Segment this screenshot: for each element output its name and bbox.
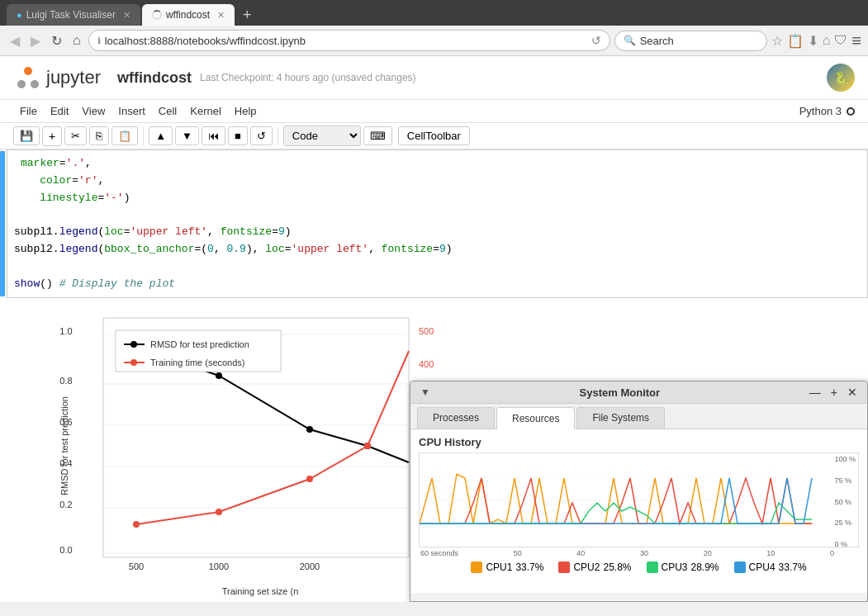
- kernel-label: Python 3: [799, 105, 842, 117]
- svg-text:0.2: 0.2: [59, 500, 72, 509]
- tab-wffindcost[interactable]: wffindcost ✕: [142, 4, 235, 26]
- celltoolbar-button[interactable]: CellToolbar: [398, 126, 470, 145]
- cpu-section-title: CPU History: [419, 436, 859, 448]
- forward-button[interactable]: ▶: [27, 31, 44, 50]
- paste-cell-button[interactable]: 📋: [111, 126, 138, 145]
- tab-luigi-close[interactable]: ✕: [123, 10, 130, 21]
- svg-point-28: [216, 372, 222, 379]
- keyboard-shortcut-button[interactable]: ⌨: [363, 126, 392, 145]
- pct-50: 50 %: [834, 498, 856, 506]
- svg-text:1.0: 1.0: [59, 326, 72, 336]
- jupyter-logo-icon: [13, 63, 43, 92]
- menu-insert[interactable]: Insert: [111, 102, 152, 121]
- tab-wffindcost-close[interactable]: ✕: [217, 10, 225, 21]
- plot-svg: 1.0 0.8 0.6 0.4 0.2 0.0 RMSD for test pr…: [54, 301, 458, 596]
- menu-view[interactable]: View: [75, 102, 111, 121]
- copy-cell-button[interactable]: ⎘: [89, 126, 109, 145]
- legend-cpu3-value: 28.9%: [691, 562, 719, 573]
- svg-text:500: 500: [419, 326, 434, 336]
- jupyter-brand: jupyter: [46, 67, 101, 88]
- sm-controls: — + ✕: [806, 386, 861, 399]
- sm-close-button[interactable]: ✕: [844, 386, 861, 399]
- back-button[interactable]: ◀: [7, 31, 23, 50]
- stop-button[interactable]: ■: [228, 126, 248, 145]
- legend-cpu1: CPU1 33.7%: [471, 562, 543, 573]
- python-logo: 🐍: [827, 64, 855, 92]
- menu-help[interactable]: Help: [228, 102, 263, 121]
- cpu-legend: CPU1 33.7% CPU2 25.8% CPU3 28.9% CPU4 33…: [419, 557, 859, 573]
- svg-point-0: [24, 67, 32, 75]
- time-label-50: 50: [514, 549, 522, 557]
- sm-maximize-button[interactable]: +: [828, 386, 841, 399]
- svg-text:2000: 2000: [300, 562, 320, 571]
- system-monitor: ▼ System Monitor — + ✕ Processes Resourc…: [410, 381, 868, 602]
- tab-luigi[interactable]: ● Luigi Task Visualiser ✕: [7, 4, 140, 26]
- legend-cpu1-value: 33.7%: [515, 562, 543, 573]
- address-text: localhost:8888/notebooks/wffindcost.ipyn…: [105, 35, 587, 47]
- sm-minimize-button[interactable]: —: [806, 386, 824, 399]
- pct-75: 75 %: [834, 476, 856, 485]
- menu-button[interactable]: ≡: [851, 31, 861, 50]
- svg-point-32: [216, 509, 222, 515]
- new-tab-button[interactable]: +: [235, 5, 260, 26]
- time-label-0: 0: [830, 549, 834, 557]
- legend-cpu4-label: CPU4: [749, 562, 776, 573]
- tab-luigi-icon: ●: [17, 10, 22, 20]
- pct-25: 25 %: [834, 519, 856, 527]
- home-nav-button[interactable]: ⌂: [823, 33, 831, 48]
- sm-tab-processes[interactable]: Processes: [417, 407, 495, 429]
- save-button[interactable]: 💾: [13, 126, 40, 145]
- legend-cpu3-label: CPU3: [662, 562, 688, 573]
- sm-content: CPU History 100 % 75 % 50 % 25 % 0 %: [410, 429, 867, 593]
- jupyter-logo: jupyter: [13, 63, 101, 92]
- time-label-40: 40: [576, 549, 585, 557]
- cell-type-select[interactable]: Code Markdown: [283, 126, 361, 146]
- menu-cell[interactable]: Cell: [152, 102, 183, 121]
- search-icon: 🔍: [624, 35, 636, 46]
- time-label-20: 20: [704, 549, 712, 557]
- notebook-title[interactable]: wffindcost: [117, 69, 192, 87]
- legend-cpu3-dot: [647, 562, 658, 573]
- cut-cell-button[interactable]: ✂: [64, 126, 87, 145]
- download-button[interactable]: ⬇: [808, 33, 818, 49]
- svg-text:500: 500: [129, 562, 144, 571]
- menu-kernel[interactable]: Kernel: [183, 102, 228, 121]
- sm-tab-resources[interactable]: Resources: [496, 407, 575, 429]
- legend-cpu1-label: CPU1: [486, 562, 512, 573]
- svg-point-33: [306, 476, 313, 482]
- move-up-button[interactable]: ▲: [149, 126, 173, 145]
- menu-edit[interactable]: Edit: [44, 102, 75, 121]
- legend-cpu2: CPU2 25.8%: [558, 562, 631, 573]
- address-bar[interactable]: ℹ localhost:8888/notebooks/wffindcost.ip…: [88, 30, 610, 51]
- refresh-button[interactable]: ↻: [48, 31, 65, 50]
- browser-chrome: ● Luigi Task Visualiser ✕ wffindcost ✕ +…: [0, 0, 868, 56]
- menu-file[interactable]: File: [13, 102, 44, 121]
- tab-bar: ● Luigi Task Visualiser ✕ wffindcost ✕ +: [0, 0, 868, 26]
- search-bar[interactable]: 🔍 Search: [614, 31, 767, 51]
- legend-cpu4-dot: [734, 562, 746, 573]
- add-cell-button[interactable]: +: [42, 126, 62, 146]
- restart-button[interactable]: ↺: [250, 126, 273, 145]
- checkpoint-info: Last Checkpoint: 4 hours ago (unsaved ch…: [200, 72, 416, 83]
- sm-expand-button[interactable]: ▼: [417, 386, 434, 398]
- time-label-30: 30: [640, 549, 648, 557]
- chart-time-labels: 60 seconds 50 40 30 20 10 0: [419, 547, 836, 557]
- cpu-chart-container: 100 % 75 % 50 % 25 % 0 %: [419, 453, 859, 547]
- nav-bar: ◀ ▶ ↻ ⌂ ℹ localhost:8888/notebooks/wffin…: [0, 26, 868, 56]
- jupyter-header: jupyter wffindcost Last Checkpoint: 4 ho…: [0, 56, 868, 100]
- sm-tab-filesystems[interactable]: File Systems: [576, 407, 665, 429]
- move-down-button[interactable]: ▼: [175, 126, 199, 145]
- legend-cpu2-dot: [558, 562, 570, 573]
- sm-title: System Monitor: [434, 386, 806, 399]
- cell-toolbar: 💾 + ✂ ⎘ 📋 ▲ ▼ ⏮ ■ ↺ Code Markdown ⌨ Cell…: [0, 123, 868, 149]
- home-button[interactable]: ⌂: [69, 31, 84, 50]
- shield-button[interactable]: 🛡: [834, 33, 847, 48]
- address-refresh-button[interactable]: ↺: [591, 34, 601, 47]
- cell-content[interactable]: marker='.', color='r', linestyle='-') su…: [7, 149, 868, 298]
- sm-title-bar: ▼ System Monitor — + ✕: [410, 381, 867, 404]
- pct-0: 0 %: [834, 540, 856, 547]
- search-label: Search: [640, 35, 674, 47]
- reader-view-button[interactable]: 📋: [787, 33, 804, 49]
- bookmark-button[interactable]: ☆: [771, 33, 783, 49]
- step-button[interactable]: ⏮: [202, 126, 225, 145]
